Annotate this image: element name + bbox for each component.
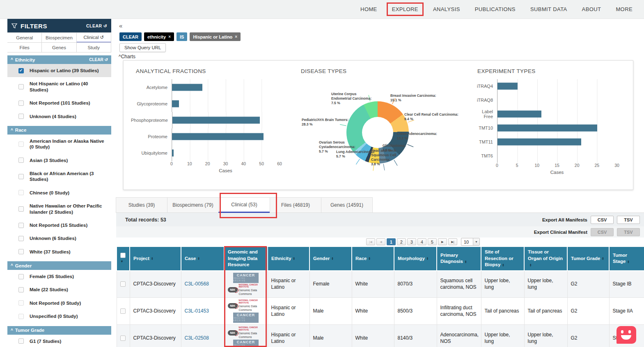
filter-option-unspecified[interactable]: Unspecified (0 Study) [7, 310, 111, 323]
nav-analysis[interactable]: ANALYSIS [433, 6, 460, 12]
filter-option-hispanic[interactable]: Hispanic or Latino (39 Studies) [7, 64, 111, 77]
checkbox[interactable] [18, 158, 24, 163]
page-button-3[interactable]: 3 [407, 238, 416, 245]
sort-icon[interactable]: ▲▼ [369, 257, 371, 260]
filter-option-male[interactable]: Male (22 Studies) [7, 283, 111, 296]
query-clear-button[interactable]: CLEAR [119, 32, 142, 41]
gdc-logo[interactable]: NIHNATIONAL CANCER INSTITUTEGenomic Data… [228, 284, 264, 296]
page-button-4[interactable]: 4 [417, 238, 426, 245]
filter-option-not-reported-gender[interactable]: Not Reported (0 Study) [7, 297, 111, 310]
section-tumor-grade[interactable]: ^ Tumor Grade [7, 326, 111, 335]
filter-option-not-reported-eth[interactable]: Not Reported (101 Studies) [7, 96, 111, 110]
filter-option-asian[interactable]: Asian (3 Studies) [7, 154, 111, 167]
export-all-csv-button[interactable]: CSV [591, 216, 614, 224]
checkbox[interactable] [18, 84, 24, 89]
section-ethnicity[interactable]: ^ Ethnicity CLEAR↺ [7, 55, 111, 64]
col-genomic-imaging[interactable]: Genomic and Imaging Data Resource [224, 247, 268, 271]
next-page-button[interactable]: ▶ [438, 238, 447, 245]
checkbox[interactable] [18, 114, 24, 119]
nav-publications[interactable]: PUBLICATIONS [475, 6, 516, 12]
col-gender[interactable]: Gender▲▼ [309, 247, 352, 271]
gdc-logo[interactable]: NIHNATIONAL CANCER INSTITUTEGenomic Data… [228, 299, 264, 312]
collapse-sidebar-icon[interactable]: « [119, 22, 122, 29]
case-link[interactable]: C3L-02508 [185, 335, 209, 341]
col-tissue-origin[interactable]: Tissue or Organ of Origin▲▼ [524, 247, 567, 271]
filter-tab-study[interactable]: Study [76, 42, 111, 53]
checkbox[interactable] [18, 190, 24, 195]
filter-option-ai-an[interactable]: American Indian or Alaska Native (0 Stud… [7, 135, 111, 154]
col-site-resection[interactable]: Site of Resection or Biopsy▲▼ [481, 247, 524, 271]
row-checkbox[interactable] [120, 281, 126, 287]
bar-ubiquitylome[interactable] [172, 150, 174, 157]
filter-option-unknown-race[interactable]: Unknown (6 Studies) [7, 232, 111, 245]
col-primary-diagnosis[interactable]: Primary Diagnosis▲▼ [437, 247, 481, 271]
nav-about[interactable]: ABOUT [582, 6, 601, 12]
col-ethnicity[interactable]: Ethnicity▲▼ [268, 247, 309, 271]
show-query-url-button[interactable]: Show Query URL [119, 43, 166, 52]
tab-biospecimens[interactable]: Biospecimens (79) [167, 197, 219, 213]
case-link[interactable]: C3L-00568 [185, 281, 209, 287]
tab-genes[interactable]: Genes (14591) [321, 197, 373, 213]
checkbox[interactable] [18, 338, 24, 344]
checkbox[interactable] [18, 300, 24, 306]
export-clinical-tsv-button[interactable]: TSV [617, 228, 640, 236]
section-race[interactable]: ^ Race [7, 126, 111, 135]
sort-icon[interactable]: ▲▼ [151, 257, 153, 260]
export-clinical-csv-button[interactable]: CSV [591, 228, 614, 236]
checkbox[interactable] [18, 223, 24, 228]
section-gender[interactable]: ^ Gender [7, 261, 111, 270]
query-field-chip[interactable]: ethnicity× [144, 32, 174, 41]
filter-tab-files[interactable]: Files [7, 42, 42, 53]
sort-icon[interactable]: ▲▼ [529, 263, 532, 267]
filter-option-black[interactable]: Black or African American (3 Studies) [7, 167, 111, 186]
sort-icon[interactable]: ▲▼ [198, 257, 200, 260]
checkbox[interactable] [18, 142, 24, 147]
case-link[interactable]: C3L-01453 [185, 308, 209, 314]
filter-tab-general[interactable]: General [7, 32, 42, 43]
filter-option-white[interactable]: White (37 Studies) [7, 245, 111, 258]
last-page-button[interactable]: ▶| [448, 238, 457, 245]
bar-itraq4[interactable] [497, 83, 518, 90]
gdc-logo[interactable]: NIHNATIONAL CANCER INSTITUTEGenomic Data… [228, 326, 264, 339]
tab-studies[interactable]: Studies (39) [116, 197, 167, 213]
bar-tmt11[interactable] [497, 139, 581, 146]
export-all-tsv-button[interactable]: TSV [617, 216, 640, 224]
bar-label-free[interactable] [497, 111, 541, 118]
bar-proteome[interactable] [172, 133, 264, 140]
col-race[interactable]: Race▲▼ [352, 247, 394, 271]
sort-icon[interactable]: ▲▼ [502, 263, 504, 267]
filter-option-not-hispanic[interactable]: Not Hispanic or Latino (40 Studies) [7, 77, 111, 96]
filter-option-g1[interactable]: G1 (7 Studies) [7, 335, 111, 347]
col-project[interactable]: Project▲▼ [130, 247, 181, 271]
checkbox[interactable] [18, 274, 24, 279]
sort-icon[interactable]: ▲▼ [293, 257, 295, 260]
tcia-logo[interactable]: CANCERIMAGING ARCHIVE [233, 313, 259, 323]
query-value-chip[interactable]: Hispanic or Latino× [190, 32, 241, 41]
bar-acetylome[interactable] [172, 84, 202, 91]
col-morphology[interactable]: Morphology▲▼ [394, 247, 437, 271]
sort-icon[interactable]: ▲▼ [602, 257, 604, 260]
row-checkbox[interactable] [120, 336, 126, 341]
checkbox-checked[interactable] [18, 68, 24, 73]
checkbox[interactable] [18, 314, 24, 319]
nav-submit-data[interactable]: SUBMIT DATA [530, 6, 567, 12]
page-button-1[interactable]: 1 [387, 238, 396, 245]
bar-phosphoproteome[interactable] [172, 117, 260, 124]
filter-option-female[interactable]: Female (35 Studies) [7, 270, 111, 283]
ethnicity-clear-button[interactable]: CLEAR↺ [89, 57, 108, 62]
checkbox[interactable] [18, 206, 24, 212]
chat-widget-button[interactable] [616, 326, 636, 344]
checkbox[interactable] [18, 249, 24, 254]
checkbox[interactable] [18, 236, 24, 241]
charts-section-toggle[interactable]: ^Charts [119, 54, 135, 59]
tcia-logo[interactable]: CANCERIMAGING ARCHIVE [233, 340, 259, 347]
bar-glycoproteome[interactable] [172, 100, 179, 107]
checkbox[interactable] [18, 100, 24, 106]
sort-icon[interactable]: ▲▼ [465, 260, 467, 264]
filter-option-nhpi[interactable]: Native Hawaiian or Other Pacific Islande… [7, 199, 111, 219]
close-icon[interactable]: × [235, 34, 237, 39]
filter-option-chinese[interactable]: Chinese (0 Study) [7, 186, 111, 199]
sort-icon[interactable]: ▲▼ [627, 260, 629, 264]
nav-home[interactable]: HOME [360, 6, 377, 12]
tab-clinical[interactable]: Clinical (53) [218, 197, 270, 213]
